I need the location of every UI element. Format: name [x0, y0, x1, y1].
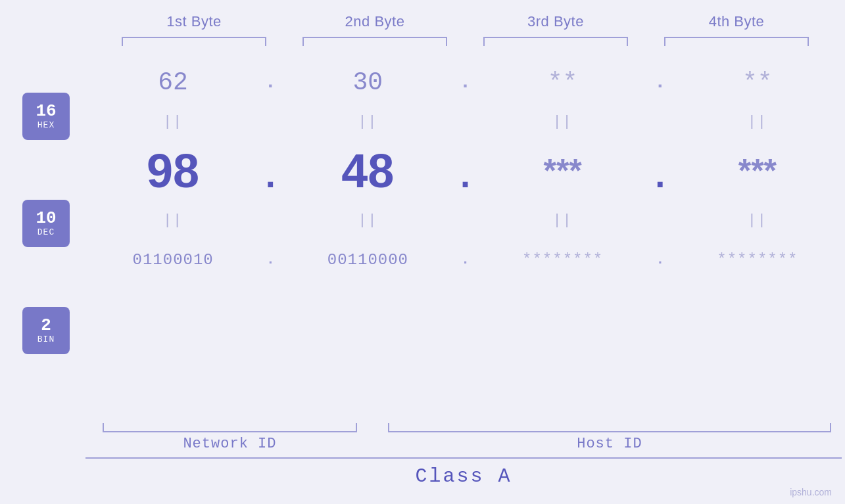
eq1-b2: || [280, 114, 455, 130]
eq1-b4: || [670, 114, 845, 130]
dec-number: 10 [36, 209, 56, 228]
hex-dot2: . [456, 71, 475, 93]
bracket-cell-4 [646, 37, 827, 46]
bin-dot1: . [260, 252, 280, 268]
top-bracket-row [104, 37, 827, 46]
eq2-b4: || [670, 212, 845, 229]
bin-number: 2 [41, 316, 51, 335]
byte2-header: 2nd Byte [285, 13, 466, 30]
dec-b3: *** [543, 152, 581, 190]
bin-b2: 00110000 [327, 251, 408, 269]
hex-b2: 30 [353, 68, 383, 97]
hex-b3-cell: ** [475, 68, 650, 97]
eq1-b1: || [85, 114, 260, 130]
byte3-header: 3rd Byte [466, 13, 646, 30]
bin-b3-cell: ******** [475, 251, 650, 269]
bin-b1-cell: 01100010 [85, 251, 260, 269]
bin-label: BIN [37, 334, 55, 344]
eq2-b3: || [475, 212, 650, 229]
equals-row-1: || || || || [85, 108, 845, 135]
bin-b1: 01100010 [133, 251, 214, 269]
bracket-top-4 [664, 37, 809, 46]
host-id-label: Host ID [374, 436, 845, 452]
values-grid: 62 . 30 . ** . ** || [85, 49, 845, 423]
dec-b3-cell: *** [475, 152, 650, 190]
hex-b3: ** [548, 68, 578, 97]
bin-dot3: . [650, 252, 670, 268]
bracket-cell-3 [466, 37, 646, 46]
dec-b2: 48 [341, 144, 394, 198]
eq2-b1-sign: || [163, 212, 183, 229]
host-bracket-wrap [374, 423, 845, 432]
bin-dot2: . [456, 252, 475, 268]
bin-b2-cell: 00110000 [280, 251, 455, 269]
dec-dot1: . [260, 160, 280, 196]
class-section: Class A [85, 457, 842, 488]
hex-dot3: . [650, 71, 670, 93]
equals-row-2: || || || || [85, 207, 845, 233]
hex-dot1: . [260, 71, 280, 93]
bracket-top-2 [302, 37, 447, 46]
bracket-cell-2 [285, 37, 466, 46]
bracket-labels: Network ID Host ID [85, 436, 845, 452]
eq1-b4-sign: || [748, 114, 767, 130]
dec-b1-cell: 98 [85, 144, 260, 198]
bottom-section: Network ID Host ID Class A [0, 423, 845, 491]
bin-badge: 2 BIN [22, 307, 70, 354]
hex-badge: 16 HEX [22, 93, 70, 140]
eq2-b2-sign: || [358, 212, 377, 229]
bracket-top-1 [122, 37, 266, 46]
eq2-b1: || [85, 212, 260, 229]
bin-b4-cell: ******** [670, 251, 845, 269]
hex-b4: ** [742, 68, 773, 97]
hex-b4-cell: ** [670, 68, 845, 97]
eq2-b3-sign: || [552, 212, 572, 229]
dec-label: DEC [37, 227, 55, 237]
network-bracket [103, 423, 356, 432]
class-line [85, 457, 842, 459]
eq1-b2-sign: || [358, 114, 377, 130]
eq1-b1-sign: || [163, 114, 183, 130]
watermark: ipshu.com [790, 487, 832, 497]
eq1-b3-sign: || [552, 114, 572, 130]
byte1-header: 1st Byte [104, 13, 285, 30]
content-area: 16 HEX 10 DEC 2 BIN 62 . 30 [0, 49, 845, 423]
network-id-label: Network ID [85, 436, 374, 452]
dec-b2-cell: 48 [280, 144, 455, 198]
byte-headers: 1st Byte 2nd Byte 3rd Byte 4th Byte [104, 13, 827, 30]
eq2-b2: || [280, 212, 455, 229]
hex-row: 62 . 30 . ** . ** [85, 56, 845, 108]
eq1-b3: || [475, 114, 650, 130]
bin-row: 01100010 . 00110000 . ******** . *******… [85, 233, 845, 286]
byte4-header: 4th Byte [646, 13, 827, 30]
main-container: 1st Byte 2nd Byte 3rd Byte 4th Byte 16 H… [0, 0, 845, 504]
dec-b1: 98 [147, 144, 199, 198]
dec-b4-cell: *** [670, 152, 845, 190]
bin-b4: ******** [717, 251, 798, 269]
host-bracket [388, 423, 831, 432]
hex-b2-cell: 30 [280, 68, 455, 97]
bracket-top-3 [483, 37, 628, 46]
bin-b3: ******** [522, 251, 603, 269]
dec-badge: 10 DEC [22, 200, 70, 247]
hex-b1: 62 [158, 68, 188, 97]
hex-b1-cell: 62 [85, 68, 260, 97]
hex-number: 16 [36, 102, 56, 121]
bracket-cell-1 [104, 37, 285, 46]
class-label: Class A [415, 465, 512, 488]
network-bracket-wrap [85, 423, 374, 432]
bottom-brackets [85, 423, 845, 432]
dec-dot2: . [456, 160, 475, 196]
labels-col: 16 HEX 10 DEC 2 BIN [0, 49, 85, 423]
dec-dot3: . [650, 160, 670, 196]
eq2-b4-sign: || [748, 212, 767, 229]
dec-row: 98 . 48 . *** . *** [85, 135, 845, 207]
dec-b4: *** [738, 152, 777, 190]
hex-label: HEX [37, 120, 55, 130]
